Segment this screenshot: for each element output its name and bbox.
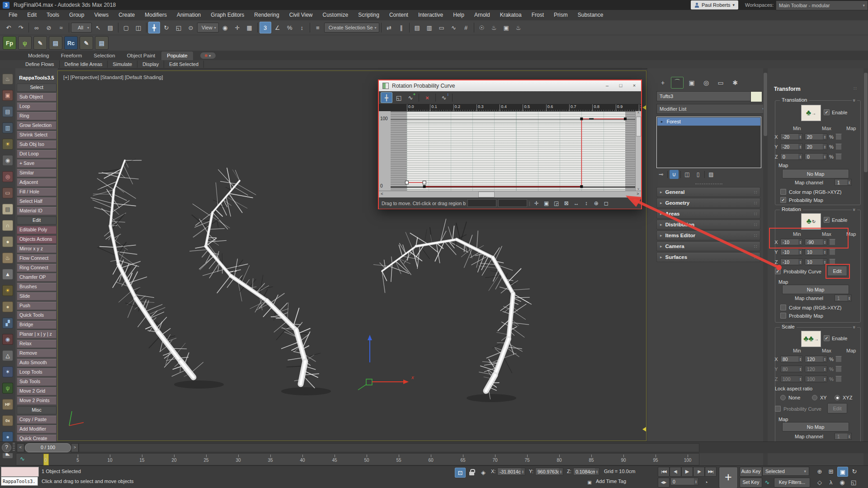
layer-window-icon[interactable]: ▥ [2,122,13,133]
viewport-handle-icon[interactable] [642,105,646,110]
rotation-x-max[interactable]: -90 [805,239,827,245]
play-button[interactable]: ▶ [681,467,693,477]
absolute-offset-toggle-icon[interactable]: ◈ [478,468,488,477]
rotation-probability-curve-edit-button[interactable]: Edit [827,266,847,276]
curve-tool[interactable] [419,94,419,102]
rotation-color-map-checkbox[interactable]: Color map (RGB->XYZ) [780,305,841,310]
tab-object-paint[interactable]: Object Paint [122,52,161,60]
rappatools-button[interactable]: Dot Loop [17,150,57,158]
x-coord-field[interactable]: -31.8014cm [497,468,525,475]
dialog-maximize-button[interactable]: □ [614,80,627,91]
menu-item[interactable]: Animation [172,10,206,20]
show-end-result-icon[interactable]: ∪ [670,170,679,179]
rotation-x-min[interactable]: -10 [780,239,803,245]
user-account-menu[interactable]: Paul Roberts [691,0,738,9]
projector-icon[interactable]: ◎ [2,171,13,182]
tab-populate[interactable]: Populate [161,52,193,60]
remove-modifier-icon[interactable]: ▯ [693,170,703,179]
dialog-close-button[interactable]: × [627,80,641,91]
scene-explorer-icon[interactable]: ▤ [411,22,423,33]
link-icon[interactable]: ∞ [31,22,42,33]
isolate-selection-icon[interactable]: ⊡ [455,468,466,478]
rotation-z-map[interactable] [829,259,835,265]
set-key-button[interactable]: Set Key [740,478,762,488]
select-move-icon[interactable]: ╋ [148,22,160,33]
pan-icon[interactable]: ✛ [532,199,541,207]
dots-grid-icon[interactable]: ▞ [2,318,13,328]
configure-modifier-icon[interactable]: ▨ [707,170,716,179]
menu-item[interactable]: File [4,10,22,20]
key-selection-set-dropdown[interactable]: Selected [762,467,809,476]
rollout-header[interactable]: Items Editor∷ [656,230,760,240]
orbit-icon[interactable]: ↻ [849,467,859,476]
camera-icon[interactable]: ◉ [2,155,13,166]
insert-point-icon[interactable]: ∿+ [405,93,416,103]
populate-tool-button[interactable]: Simulate [108,61,137,68]
rappatools-button[interactable]: Shrink Select [17,131,57,139]
rotation-probability-map-checkbox[interactable]: Probability Map [780,313,823,319]
toolbar-icon[interactable] [146,23,146,33]
rollout-header[interactable]: General∷ [656,187,760,197]
lock-xyz-radio[interactable]: XYZ [835,395,852,400]
rappatools-button[interactable]: Select Half [17,197,57,206]
translation-map-channel-field[interactable]: 1 [835,179,852,186]
translation-y-min[interactable]: -20 [780,143,803,150]
rappatools-button[interactable]: Sub Object [17,93,57,101]
viewport-label[interactable]: [+] [Perspective] [Standard] [Default Sh… [63,75,163,80]
track-bar[interactable]: ∿ 05101520253035404550556065707580859095… [16,453,699,465]
translation-color-map-checkbox[interactable]: Color map (RGB->XYZ) [780,189,841,195]
curve-y-value-field[interactable] [498,199,527,207]
curve-plot-area[interactable] [391,111,636,191]
menu-item[interactable]: Substance [573,10,609,20]
default-in-out-tangent-icon[interactable]: ∿ [762,478,772,487]
select-manipulate-icon[interactable]: ✛ [231,22,243,33]
object-name-field[interactable]: Tufts3 [656,91,752,101]
ribbon-config-button[interactable]: ▾ [200,52,216,59]
rappatools-button[interactable]: Flow Connect [17,254,57,263]
select-scale-icon[interactable]: ◱ [173,22,184,33]
toolbar-icon[interactable] [257,23,258,33]
rappatools-button[interactable]: Copy / Paste [17,416,57,424]
reduce-keys-icon[interactable]: ∿↕ [439,93,449,103]
fov-icon[interactable]: ◇ [815,478,825,487]
menu-item[interactable]: Create [113,10,140,20]
translation-z-max[interactable]: 0 [805,153,827,160]
set-keys-button[interactable]: + [719,467,738,488]
dialog-minimize-button[interactable]: – [600,80,614,91]
viewport-handle-icon[interactable] [642,427,646,432]
percent-snap-icon[interactable]: % [284,22,296,33]
rappatools-button[interactable]: Select [17,84,57,92]
railclone-tools-icon[interactable]: ✎ [80,36,93,50]
rappatools-button[interactable]: + Save [17,160,57,168]
dome-icon[interactable]: ∩ [2,220,13,231]
spheres-icon[interactable]: ◉ [2,334,13,345]
translation-x-max[interactable]: 20 [805,133,827,140]
menu-item[interactable]: Civil View [284,10,318,20]
align-icon[interactable]: ∥ [396,22,407,33]
rappatools-button[interactable]: Ring Connect [17,264,57,272]
timeline-grip[interactable] [13,443,15,452]
blue-sphere-icon[interactable]: ● [2,432,13,442]
menu-item[interactable]: Views [89,10,113,20]
toolbar-icon[interactable] [474,23,474,33]
current-frame-field[interactable]: 0 [670,478,698,485]
render-setup-icon[interactable]: ♨ [488,22,500,33]
panel-splitter[interactable] [695,183,722,184]
material-editor-icon[interactable]: ☉ [476,22,488,33]
rappatools-button[interactable]: Misc [17,406,57,414]
rappatools-button[interactable]: Quick Tools [17,311,57,319]
redo-icon[interactable]: ↷ [15,22,27,33]
flake-icon[interactable]: ✶ [2,366,13,377]
toolbar-icon[interactable] [118,23,118,33]
selection-region-icon[interactable]: ▢ [120,22,132,33]
go-to-start-button[interactable]: |◀◀ [658,467,670,477]
curve-editor-icon[interactable]: ∿ [448,22,460,33]
scale-y-max[interactable]: 120 [805,366,827,372]
rappatools-button[interactable]: Adjacent [17,178,57,187]
pan-orbit-icon[interactable]: ◉ [837,478,847,487]
menu-item[interactable]: Group [64,10,89,20]
railclone-lister-icon[interactable]: ▤ [95,36,108,50]
rollout-header[interactable]: Distribution∷ [656,220,760,230]
select-by-name-icon[interactable]: ▤ [104,22,116,33]
menu-item[interactable]: Content [384,10,413,20]
